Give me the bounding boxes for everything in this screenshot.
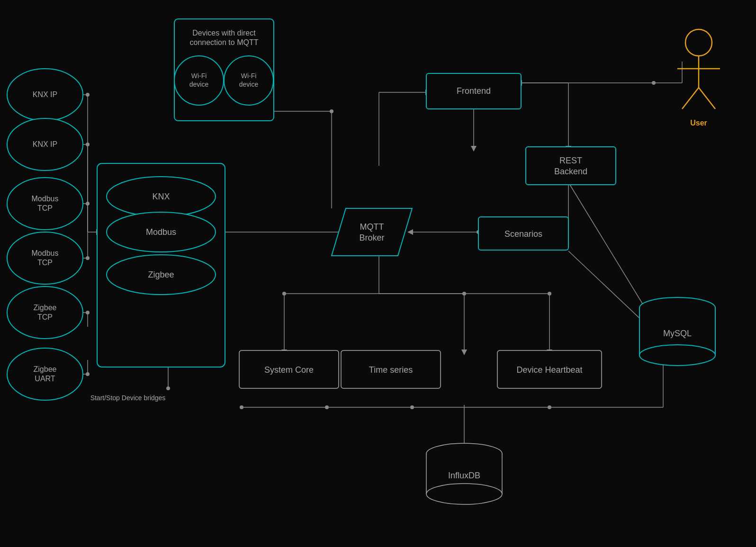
- svg-point-61: [548, 292, 551, 296]
- svg-text:KNX IP: KNX IP: [33, 90, 57, 99]
- svg-text:Start/Stop Device bridges: Start/Stop Device bridges: [90, 394, 166, 402]
- svg-point-63: [240, 405, 243, 409]
- svg-text:Device Heartbeat: Device Heartbeat: [516, 365, 582, 375]
- svg-text:device: device: [189, 81, 209, 88]
- svg-text:InfluxDB: InfluxDB: [448, 471, 480, 480]
- svg-text:KNX: KNX: [152, 192, 170, 201]
- svg-text:Modbus: Modbus: [32, 195, 59, 203]
- svg-text:Scenarios: Scenarios: [504, 229, 542, 239]
- svg-text:Backend: Backend: [554, 167, 587, 176]
- svg-point-73: [166, 386, 170, 390]
- svg-text:Zigbee: Zigbee: [148, 270, 174, 279]
- svg-text:Time series: Time series: [369, 365, 413, 375]
- svg-text:Wi-Fi: Wi-Fi: [241, 72, 257, 80]
- svg-text:device: device: [239, 81, 259, 88]
- svg-text:System Core: System Core: [264, 365, 314, 375]
- svg-text:Modbus: Modbus: [146, 227, 176, 237]
- svg-point-64: [325, 405, 329, 409]
- svg-point-66: [548, 405, 551, 409]
- svg-point-88: [7, 348, 83, 400]
- svg-text:Zigbee: Zigbee: [34, 304, 57, 312]
- architecture-diagram: KNX IP KNX IP Modbus TCP Modbus TCP Zigb…: [0, 0, 756, 547]
- svg-point-79: [7, 178, 83, 230]
- svg-text:User: User: [690, 119, 707, 127]
- svg-text:MySQL: MySQL: [663, 329, 692, 338]
- svg-point-65: [410, 405, 414, 409]
- svg-text:TCP: TCP: [37, 204, 53, 212]
- svg-point-127: [426, 484, 502, 504]
- svg-text:TCP: TCP: [37, 313, 53, 321]
- svg-point-27: [330, 109, 333, 113]
- svg-rect-112: [526, 147, 616, 185]
- svg-point-133: [639, 345, 715, 366]
- svg-point-59: [282, 292, 286, 296]
- svg-marker-107: [332, 208, 412, 256]
- svg-text:Frontend: Frontend: [457, 86, 491, 96]
- svg-point-85: [7, 287, 83, 339]
- svg-text:MQTT: MQTT: [360, 222, 384, 232]
- svg-text:UART: UART: [35, 375, 55, 383]
- svg-point-82: [7, 232, 83, 284]
- svg-text:Wi-Fi: Wi-Fi: [191, 72, 207, 80]
- svg-text:KNX IP: KNX IP: [33, 140, 57, 148]
- svg-text:Broker: Broker: [359, 233, 384, 242]
- svg-text:REST: REST: [559, 156, 582, 165]
- svg-text:TCP: TCP: [37, 259, 53, 267]
- svg-text:connection to MQTT: connection to MQTT: [190, 38, 259, 46]
- svg-text:Devices with direct: Devices with direct: [192, 29, 256, 37]
- svg-point-60: [462, 292, 466, 296]
- svg-point-35: [652, 81, 656, 85]
- svg-text:Zigbee: Zigbee: [34, 365, 57, 373]
- svg-text:Modbus: Modbus: [32, 249, 59, 257]
